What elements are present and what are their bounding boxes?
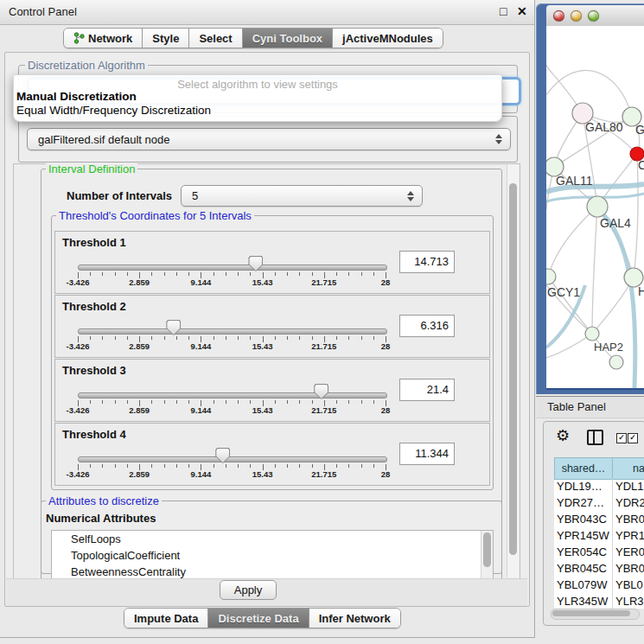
shared-name-cell[interactable]: YBL079W — [557, 578, 610, 591]
network-canvas[interactable]: GAL80GACGAL11GAL4GCY1HHAP2 — [546, 26, 644, 388]
zoom-traffic-light-icon[interactable] — [588, 10, 599, 22]
popup-option-manual-discretization[interactable]: Manual Discretization — [16, 90, 137, 103]
threshold-value-field[interactable]: 11.344 — [399, 443, 455, 465]
scrollbar-thumb[interactable] — [552, 610, 630, 616]
control-panel-window: Control Panel □ ✕ NetworkStyleSelectCyni… — [0, 0, 535, 638]
shared-name-cell[interactable]: YBR043C — [557, 513, 610, 526]
name-cell[interactable]: YDR2 — [615, 496, 644, 509]
threshold-value-field[interactable]: 21.4 — [399, 379, 455, 401]
shared-name-cell[interactable]: YER054C — [557, 545, 610, 558]
list-scrollbar[interactable] — [481, 531, 493, 581]
scale-label: 28 — [381, 341, 391, 351]
scale-label: 15.43 — [252, 405, 273, 415]
attribute-list-item[interactable]: TopologicalCoefficient — [52, 547, 493, 564]
split-panel-icon[interactable] — [587, 430, 603, 445]
table-row[interactable]: YPR145WYPR1 — [554, 528, 644, 545]
tick-mark — [348, 336, 349, 340]
checkbox-icon[interactable]: ✓ — [628, 433, 638, 443]
name-cell[interactable]: YLR3 — [615, 595, 644, 608]
tick-mark — [287, 336, 288, 340]
column-header-name[interactable]: na — [612, 457, 644, 480]
scrollbar-thumb[interactable] — [509, 183, 517, 555]
close-traffic-light-icon[interactable] — [553, 10, 564, 22]
minimize-traffic-light-icon[interactable] — [571, 10, 582, 22]
network-edge[interactable] — [546, 334, 592, 358]
popup-option-equal-width[interactable]: Equal Width/Frequency Discretization — [16, 104, 211, 117]
network-node[interactable] — [587, 196, 608, 217]
name-cell[interactable]: YER0 — [615, 545, 644, 558]
tick-mark — [102, 464, 103, 468]
network-edge[interactable] — [548, 207, 597, 277]
slider-track[interactable] — [78, 265, 387, 271]
tab-jactivemnodules[interactable]: jActiveMNodules — [332, 29, 443, 48]
tick-mark — [102, 272, 103, 276]
name-cell[interactable]: YPR1 — [615, 529, 644, 542]
float-window-icon[interactable]: □ — [500, 4, 507, 18]
tick-mark — [115, 272, 116, 276]
algorithm-placeholder: Select algorithm to view settings — [14, 78, 501, 91]
threshold-row-1: Threshold 1-3.4262.8599.14415.4321.71528… — [54, 231, 490, 294]
tick-mark — [226, 464, 226, 468]
name-cell[interactable]: YDL1 — [615, 480, 644, 493]
name-cell[interactable]: YBL0 — [615, 578, 644, 591]
tick-mark — [102, 400, 103, 404]
tick-mark — [188, 400, 189, 404]
shared-name-cell[interactable]: YDL19… — [557, 480, 610, 493]
name-cell[interactable]: YBR0 — [615, 562, 644, 575]
tab-impute-data[interactable]: Impute Data — [124, 609, 207, 628]
network-node[interactable] — [609, 355, 623, 369]
table-row[interactable]: YER054CYER0 — [554, 545, 644, 561]
numerical-attributes-list[interactable]: SelfLoopsTopologicalCoefficientBetweenne… — [51, 530, 494, 582]
slider-track[interactable] — [78, 456, 387, 462]
table-row[interactable]: YBL079WYBL0 — [554, 577, 644, 594]
table-row[interactable]: YBR043CYBR0 — [554, 512, 644, 528]
shared-name-cell[interactable]: YDR27… — [557, 496, 610, 509]
tab-select[interactable]: Select — [188, 29, 241, 48]
apply-button[interactable]: Apply — [220, 580, 277, 600]
horizontal-scrollbar[interactable] — [551, 609, 640, 620]
table-panel-title: Table Panel — [547, 400, 606, 413]
tick-mark — [164, 464, 165, 468]
shared-name-cell[interactable]: YLR345W — [557, 595, 610, 608]
slider-track[interactable] — [78, 328, 387, 335]
tick-mark — [164, 272, 165, 276]
network-edge[interactable] — [592, 207, 597, 334]
tab-infer-network[interactable]: Infer Network — [309, 609, 400, 628]
checkbox-icon[interactable]: ✓ — [616, 433, 627, 443]
name-cell[interactable]: YBR0 — [615, 513, 644, 526]
table-row[interactable]: YDR27…YDR2 — [554, 495, 644, 512]
table-data-combobox[interactable]: galFiltered.sif default node — [27, 128, 511, 150]
attribute-list-item[interactable]: SelfLoops — [52, 531, 493, 547]
close-icon[interactable]: ✕ — [517, 4, 527, 18]
window-frame-line — [546, 388, 644, 390]
table-row[interactable]: YBR045CYBR0 — [554, 561, 644, 577]
tab-network[interactable]: Network — [64, 29, 142, 48]
network-edge[interactable] — [634, 154, 638, 277]
tick-mark — [312, 336, 313, 340]
network-edge[interactable] — [592, 277, 634, 334]
network-node[interactable] — [585, 327, 599, 341]
network-view-window: GAL80GACGAL11GAL4GCY1HHAP2 — [536, 3, 644, 394]
slider-track[interactable] — [78, 392, 387, 399]
tab-discretize-data[interactable]: Discretize Data — [207, 609, 308, 628]
tab-cyni-toolbox[interactable]: Cyni Toolbox — [242, 29, 332, 48]
control-panel-tabs: NetworkStyleSelectCyni ToolboxjActiveMNo… — [63, 28, 443, 48]
tick-mark — [275, 336, 276, 340]
threshold-value-field[interactable]: 14.713 — [399, 251, 455, 273]
scrollbar-thumb[interactable] — [483, 532, 491, 567]
threshold-value-field[interactable]: 6.316 — [399, 315, 455, 337]
shared-name-cell[interactable]: YBR045C — [557, 562, 610, 575]
column-header-shared-name[interactable]: shared… — [554, 457, 613, 480]
gear-icon[interactable]: ⚙ — [556, 426, 570, 445]
network-node[interactable] — [546, 269, 556, 284]
scale-label: -3.426 — [67, 469, 90, 479]
table-row[interactable]: YDL19…YDL1 — [554, 479, 644, 495]
tab-style[interactable]: Style — [142, 29, 188, 48]
tick-mark — [115, 464, 116, 468]
number-of-intervals-combobox[interactable]: 5 — [181, 185, 423, 207]
vertical-scrollbar[interactable] — [507, 164, 519, 577]
shared-name-cell[interactable]: YPR145W — [557, 529, 610, 542]
table-row[interactable]: YLR345WYLR3 — [554, 594, 644, 609]
number-of-intervals-value: 5 — [192, 189, 198, 202]
scale-label: 2.859 — [129, 469, 150, 479]
